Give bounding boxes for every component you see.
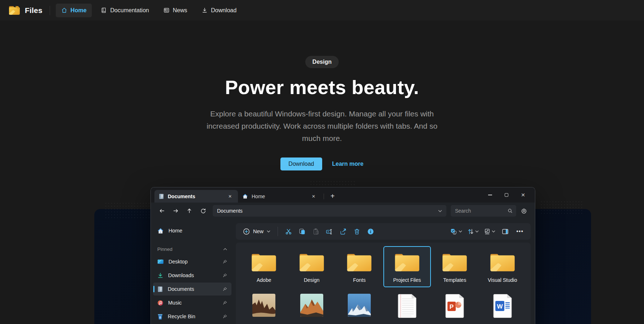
nav-label: Home bbox=[71, 7, 86, 14]
file-item-word-document[interactable]: W bbox=[479, 289, 527, 323]
toolbar-right: ••• bbox=[448, 225, 527, 238]
folder-row: Adobe Design bbox=[240, 246, 526, 287]
paste-button[interactable] bbox=[309, 225, 323, 238]
minimize-icon bbox=[488, 195, 492, 195]
refresh-button[interactable] bbox=[197, 205, 209, 217]
tab-close-icon[interactable]: ✕ bbox=[310, 193, 317, 200]
close-button[interactable]: ✕ bbox=[515, 187, 531, 203]
sidebar-item-home[interactable]: Home bbox=[153, 224, 231, 237]
files-app-window: Documents ✕ Home ✕ + ✕ bbox=[150, 187, 535, 324]
tab-close-icon[interactable]: ✕ bbox=[226, 193, 234, 200]
refresh-icon bbox=[200, 208, 206, 214]
folder-item-templates[interactable]: Templates bbox=[431, 246, 479, 287]
minimize-button[interactable] bbox=[482, 187, 498, 203]
folder-item-project-files[interactable]: Project Files bbox=[383, 246, 431, 287]
hero-actions: Download Learn more bbox=[0, 157, 644, 170]
chevron-down-icon[interactable] bbox=[438, 210, 442, 212]
chevron-down-icon bbox=[267, 230, 270, 232]
sidebar-item-label: Documents bbox=[168, 286, 222, 292]
share-button[interactable] bbox=[336, 225, 350, 238]
pin-icon bbox=[222, 287, 227, 292]
maximize-button[interactable] bbox=[498, 187, 515, 203]
file-item-text-document[interactable] bbox=[383, 289, 431, 323]
arrow-right-icon bbox=[172, 208, 179, 214]
details-pane-icon bbox=[502, 228, 509, 235]
chevron-down-icon bbox=[492, 230, 495, 232]
rename-button[interactable] bbox=[323, 225, 336, 238]
nav-label: News bbox=[173, 7, 187, 14]
new-button[interactable]: New bbox=[239, 225, 274, 238]
file-item-photo-desert[interactable] bbox=[240, 289, 288, 323]
file-item-powerpoint-document[interactable]: P bbox=[431, 289, 479, 323]
document-icon bbox=[159, 194, 164, 199]
nav-label: Documentation bbox=[110, 7, 149, 14]
settings-button[interactable] bbox=[518, 205, 530, 217]
search-placeholder: Search bbox=[455, 208, 471, 214]
pin-icon bbox=[222, 259, 227, 264]
folder-item-visual-studio[interactable]: Visual Studio bbox=[479, 246, 527, 287]
file-item-photo-blue-mountains[interactable] bbox=[335, 289, 383, 323]
forward-button[interactable] bbox=[170, 205, 182, 217]
nav-item-home[interactable]: Home bbox=[56, 4, 92, 17]
sidebar-item-label: Recycle Bin bbox=[168, 314, 222, 319]
back-button[interactable] bbox=[156, 205, 168, 217]
header-separator bbox=[50, 6, 50, 15]
search-input[interactable]: Search bbox=[451, 205, 516, 217]
select-button[interactable] bbox=[448, 225, 464, 238]
select-checkbox-icon bbox=[450, 228, 458, 235]
page-title: Power meets beauty. bbox=[0, 76, 644, 98]
brand[interactable]: Files bbox=[6, 5, 45, 16]
pin-icon bbox=[222, 273, 227, 278]
sidebar-item-desktop[interactable]: Desktop bbox=[153, 255, 231, 268]
sort-button[interactable] bbox=[465, 225, 481, 238]
arrow-left-icon bbox=[159, 208, 165, 214]
new-tab-button[interactable]: + bbox=[328, 192, 338, 200]
nav-item-news[interactable]: News bbox=[158, 4, 193, 17]
sidebar-item-documents[interactable]: Documents bbox=[153, 283, 231, 296]
nav-item-download[interactable]: Download bbox=[196, 4, 242, 17]
address-bar[interactable]: Documents bbox=[213, 205, 446, 217]
tab-divider bbox=[324, 194, 324, 199]
window-body: Home Pinned Desktop bbox=[151, 219, 535, 324]
view-options-button[interactable] bbox=[482, 225, 497, 238]
delete-button[interactable] bbox=[350, 225, 364, 238]
window-controls: ✕ bbox=[482, 187, 531, 203]
learn-more-link[interactable]: Learn more bbox=[332, 161, 364, 167]
folder-name: Project Files bbox=[393, 277, 421, 283]
folder-name: Visual Studio bbox=[488, 277, 517, 283]
up-button[interactable] bbox=[183, 205, 195, 217]
sidebar-item-music[interactable]: Music bbox=[153, 296, 231, 309]
download-button[interactable]: Download bbox=[280, 157, 322, 170]
trash-icon bbox=[353, 228, 360, 235]
details-pane-button[interactable] bbox=[498, 225, 512, 238]
properties-button[interactable] bbox=[364, 225, 377, 238]
folder-item-fonts[interactable]: Fonts bbox=[335, 246, 383, 287]
sidebar-item-label: Music bbox=[168, 300, 222, 306]
folder-item-design[interactable]: Design bbox=[288, 246, 336, 287]
tab-home[interactable]: Home ✕ bbox=[238, 190, 321, 203]
newspaper-icon bbox=[163, 7, 170, 13]
sidebar-item-label: Downloads bbox=[168, 272, 222, 278]
copy-button[interactable] bbox=[295, 225, 309, 238]
sidebar-section-pinned[interactable]: Pinned bbox=[153, 243, 231, 255]
downloads-icon bbox=[157, 272, 163, 279]
more-options-button[interactable]: ••• bbox=[513, 228, 527, 235]
desktop-icon bbox=[157, 259, 164, 265]
tab-documents[interactable]: Documents ✕ bbox=[154, 190, 238, 203]
nav-item-documentation[interactable]: Documentation bbox=[95, 4, 154, 17]
tab-label: Documents bbox=[168, 194, 226, 199]
sidebar-item-downloads[interactable]: Downloads bbox=[153, 269, 231, 282]
folder-icon bbox=[298, 252, 325, 273]
sidebar-item-recycle-bin[interactable]: Recycle Bin bbox=[153, 310, 231, 323]
section-label: Pinned bbox=[157, 247, 172, 252]
folder-name: Fonts bbox=[353, 277, 366, 283]
hero-description: Explore a beautiful Windows-first design… bbox=[202, 108, 442, 145]
sidebar-item-label: Desktop bbox=[168, 259, 222, 265]
search-icon bbox=[508, 208, 513, 213]
photo-thumbnail-orange-mountains-icon bbox=[300, 294, 323, 317]
photo-thumbnail-desert-icon bbox=[252, 294, 275, 317]
svg-text:P: P bbox=[450, 303, 454, 310]
folder-item-adobe[interactable]: Adobe bbox=[240, 246, 288, 287]
cut-button[interactable] bbox=[282, 225, 295, 238]
file-item-photo-orange-mountains[interactable] bbox=[288, 289, 336, 323]
